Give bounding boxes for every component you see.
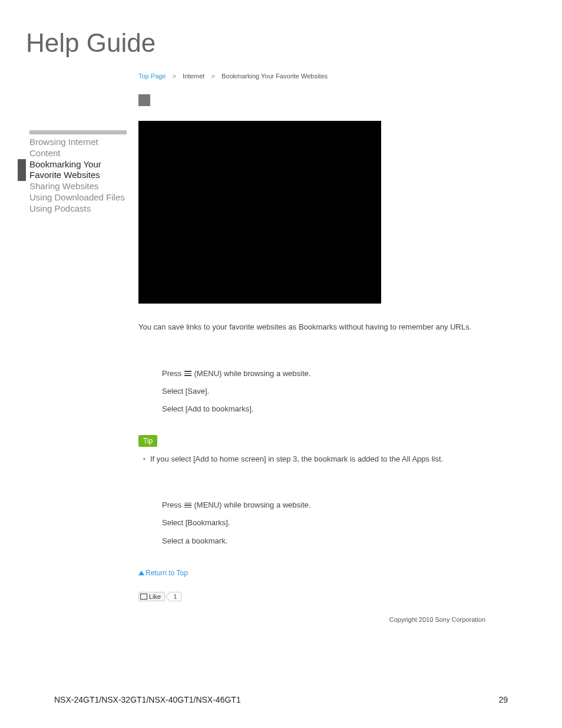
step-2: Select [Bookmarks].: [162, 518, 486, 528]
like-widget: Like 1: [138, 592, 486, 601]
breadcrumb-sep: >: [173, 73, 176, 80]
sidebar-item-browsing[interactable]: Browsing Internet Content: [18, 137, 130, 159]
step-text: (MENU) while browsing a website.: [194, 500, 310, 509]
tip-item: If you select [Add to home screen] in st…: [143, 454, 486, 465]
sidebar-item-podcasts[interactable]: Using Podcasts: [18, 203, 130, 215]
section-marker-icon: [138, 94, 150, 106]
steps-save-bookmark: Press (MENU) while browsing a website. S…: [162, 368, 486, 415]
breadcrumb-current: Bookmarking Your Favorite Websites: [222, 73, 328, 80]
video-placeholder[interactable]: [138, 121, 381, 304]
tip-list: If you select [Add to home screen] in st…: [143, 454, 486, 465]
sidebar-item-label: Sharing Websites: [29, 181, 98, 192]
like-label: Like: [149, 593, 161, 600]
like-button[interactable]: Like: [138, 592, 165, 601]
breadcrumb-sep: >: [211, 73, 214, 80]
tip-badge: Tip: [138, 435, 157, 447]
step-2: Select [Save].: [162, 386, 486, 397]
sidebar-item-sharing[interactable]: Sharing Websites: [18, 181, 130, 192]
sidebar-item-label: Using Downloaded Files: [29, 192, 125, 203]
main-content: You can save links to your favorite webs…: [138, 121, 486, 601]
menu-icon: [184, 371, 191, 377]
return-to-top-label: Return to Top: [146, 569, 188, 577]
return-to-top-link[interactable]: Return to Top: [138, 569, 188, 577]
step-3: Select [Add to bookmarks].: [162, 404, 486, 414]
step-text: Press: [162, 500, 184, 509]
breadcrumb-internet: Internet: [183, 73, 204, 80]
step-text: Press: [162, 369, 184, 378]
breadcrumb: Top Page > Internet > Bookmarking Your F…: [138, 73, 328, 80]
like-icon: [140, 594, 147, 599]
footer-page-number: 29: [498, 695, 508, 704]
sidebar-item-label: Browsing Internet Content: [29, 137, 130, 159]
sidebar-item-downloads[interactable]: Using Downloaded Files: [18, 192, 130, 203]
sidebar-item-label: Using Podcasts: [29, 203, 91, 215]
up-arrow-icon: [138, 571, 144, 575]
sidebar-item-label: Bookmarking Your Favorite Websites: [29, 159, 130, 182]
menu-icon: [184, 503, 191, 509]
step-1: Press (MENU) while browsing a website.: [162, 500, 486, 510]
footer-model: NSX-24GT1/NSX-32GT1/NSX-40GT1/NSX-46GT1: [54, 695, 241, 704]
sidebar-item-bookmarking[interactable]: Bookmarking Your Favorite Websites: [18, 159, 130, 182]
steps-open-bookmark: Press (MENU) while browsing a website. S…: [162, 500, 486, 546]
step-1: Press (MENU) while browsing a website.: [162, 368, 486, 379]
step-text: (MENU) while browsing a website.: [194, 369, 310, 378]
sidebar-divider: [29, 130, 127, 134]
sidebar: Browsing Internet Content Bookmarking Yo…: [18, 130, 130, 214]
copyright-text: Copyright 2010 Sony Corporation: [389, 616, 485, 623]
like-count: 1: [168, 592, 181, 601]
breadcrumb-top[interactable]: Top Page: [138, 73, 166, 80]
step-3: Select a bookmark.: [162, 536, 486, 546]
page-title: Help Guide: [26, 28, 156, 58]
intro-text: You can save links to your favorite webs…: [138, 321, 486, 333]
